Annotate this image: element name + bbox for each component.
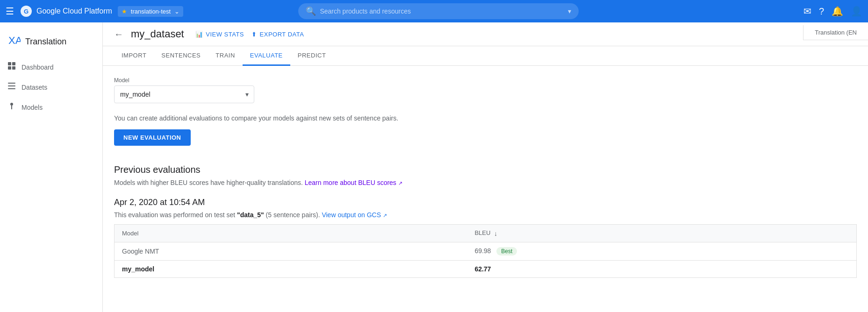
external-link-icon: ↗	[398, 180, 402, 186]
export-data-button[interactable]: ⬆ EXPORT DATA	[251, 31, 304, 38]
view-stats-icon: 📊	[195, 31, 203, 38]
eval-table-header: Model BLEU ↓	[115, 225, 857, 242]
row1-bleu: 69.98 Best	[467, 242, 856, 260]
nav-logo: G Google Cloud Platform	[20, 5, 112, 18]
model-selector-label: Model	[114, 77, 857, 84]
previous-evaluations-title: Previous evaluations	[114, 164, 857, 175]
page-title: my_dataset	[131, 28, 184, 40]
datasets-icon	[7, 82, 16, 92]
search-bar: 🔍 ▾	[298, 3, 579, 19]
eval-desc: This evaluation was performed on test se…	[114, 211, 857, 219]
evaluate-content: Model my_model other_model ▾ You can cre…	[103, 66, 868, 300]
tab-predict[interactable]: PREDICT	[290, 46, 334, 66]
back-button[interactable]: ←	[114, 29, 123, 40]
model-selector-group: Model my_model other_model ▾	[114, 77, 857, 103]
help-icon[interactable]: ?	[819, 6, 824, 17]
mail-icon[interactable]: ✉	[803, 6, 811, 17]
bleu-desc-text: Models with higher BLEU scores have high…	[114, 179, 303, 186]
evaluation-entry: Apr 2, 2020 at 10:54 AM This evaluation …	[114, 198, 857, 278]
tab-import[interactable]: IMPORT	[114, 46, 154, 66]
tabs: IMPORT SENTENCES TRAIN EVALUATE PREDICT	[103, 46, 868, 66]
search-dropdown-arrow[interactable]: ▾	[568, 7, 571, 15]
eval-sentence-count: (5 sentence pairs).	[266, 211, 322, 219]
export-data-icon: ⬆	[251, 31, 257, 38]
top-nav: ☰ G Google Cloud Platform ★ translation-…	[0, 0, 868, 22]
project-name: translation-test	[131, 8, 171, 15]
row2-model: my_model	[115, 260, 467, 277]
svg-rect-9	[8, 88, 15, 89]
main-content: ← my_dataset 📊 VIEW STATS ⬆ EXPORT DATA …	[103, 22, 868, 312]
svg-rect-5	[8, 66, 11, 70]
sidebar-header: XA Translation	[0, 30, 102, 57]
notifications-icon[interactable]: 🔔	[832, 6, 843, 17]
eval-table-body: Google NMT 69.98 Best my_model 62.77	[115, 242, 857, 277]
sidebar-item-datasets[interactable]: Datasets	[0, 77, 99, 97]
header-actions: 📊 VIEW STATS ⬆ EXPORT DATA	[195, 31, 304, 38]
nav-logo-text: Google Cloud Platform	[36, 7, 112, 15]
eval-table: Model BLEU ↓ Google NMT	[114, 224, 857, 278]
best-badge: Best	[496, 247, 517, 255]
previous-evaluations: Previous evaluations Models with higher …	[114, 164, 857, 278]
col-model: Model	[115, 225, 467, 242]
eval-timestamp: Apr 2, 2020 at 10:54 AM	[114, 198, 857, 207]
search-input[interactable]	[320, 7, 564, 15]
models-icon	[7, 102, 16, 113]
view-output-gcs-link[interactable]: View output on GCS ↗	[322, 211, 387, 219]
view-output-gcs-icon: ↗	[383, 213, 387, 218]
svg-rect-4	[12, 62, 15, 65]
svg-rect-6	[12, 66, 15, 70]
sidebar-item-datasets-label: Datasets	[22, 84, 47, 91]
sidebar-item-models[interactable]: Models	[0, 97, 99, 117]
sidebar: XA Translation Dashboard Datasets Models	[0, 22, 103, 312]
project-dropdown-icon[interactable]: ⌄	[174, 8, 179, 15]
row2-bleu: 62.77	[467, 260, 856, 277]
dashboard-icon	[7, 62, 16, 72]
model-selector[interactable]: my_model other_model	[114, 85, 254, 103]
view-stats-label: VIEW STATS	[206, 31, 244, 38]
learn-more-bleu-label: Learn more about BLEU scores	[305, 179, 396, 186]
menu-icon[interactable]: ☰	[6, 6, 14, 17]
search-icon: 🔍	[306, 6, 316, 16]
table-row: Google NMT 69.98 Best	[115, 242, 857, 260]
avatar-icon[interactable]: 👤	[851, 6, 862, 17]
sidebar-item-dashboard-label: Dashboard	[22, 64, 54, 71]
project-selector[interactable]: ★ translation-test ⌄	[118, 6, 183, 17]
export-data-label: EXPORT DATA	[260, 31, 304, 38]
app-layout: XA Translation Dashboard Datasets Models	[0, 22, 868, 312]
learn-more-bleu-link[interactable]: Learn more about BLEU scores ↗	[305, 179, 402, 186]
model-selector-wrapper: my_model other_model ▾	[114, 85, 254, 103]
svg-rect-7	[8, 83, 15, 84]
col-bleu[interactable]: BLEU ↓	[467, 225, 856, 242]
top-right-label: Translation (EN	[803, 25, 868, 40]
sidebar-title: Translation	[25, 37, 66, 47]
view-output-gcs-label: View output on GCS	[322, 211, 381, 219]
page-header: ← my_dataset 📊 VIEW STATS ⬆ EXPORT DATA	[103, 22, 868, 46]
sort-icon: ↓	[494, 230, 497, 237]
view-stats-button[interactable]: 📊 VIEW STATS	[195, 31, 244, 38]
sidebar-item-models-label: Models	[22, 104, 43, 111]
nav-right-icons: ✉ ? 🔔 👤	[803, 6, 862, 17]
previous-evaluations-desc: Models with higher BLEU scores have high…	[114, 179, 857, 186]
gcp-logo-icon: G	[20, 5, 33, 18]
svg-rect-8	[8, 85, 15, 86]
eval-desc-prefix: This evaluation was performed on test se…	[114, 211, 237, 219]
star-icon: ★	[122, 8, 127, 15]
svg-point-10	[10, 103, 13, 106]
svg-text:XA: XA	[8, 35, 21, 46]
new-evaluation-button[interactable]: NEW EVALUATION	[114, 129, 191, 146]
row1-model: Google NMT	[115, 242, 467, 260]
tab-sentences[interactable]: SENTENCES	[154, 46, 208, 66]
tab-train[interactable]: TRAIN	[208, 46, 243, 66]
svg-text:G: G	[24, 8, 29, 15]
sidebar-item-dashboard[interactable]: Dashboard	[0, 57, 99, 77]
translation-icon: XA	[7, 34, 21, 50]
table-row: my_model 62.77	[115, 260, 857, 277]
eval-test-set: "data_5"	[237, 211, 264, 219]
tab-evaluate[interactable]: EVALUATE	[243, 46, 290, 66]
svg-rect-3	[8, 62, 11, 65]
evaluate-info-text: You can create additional evaluations to…	[114, 114, 857, 122]
